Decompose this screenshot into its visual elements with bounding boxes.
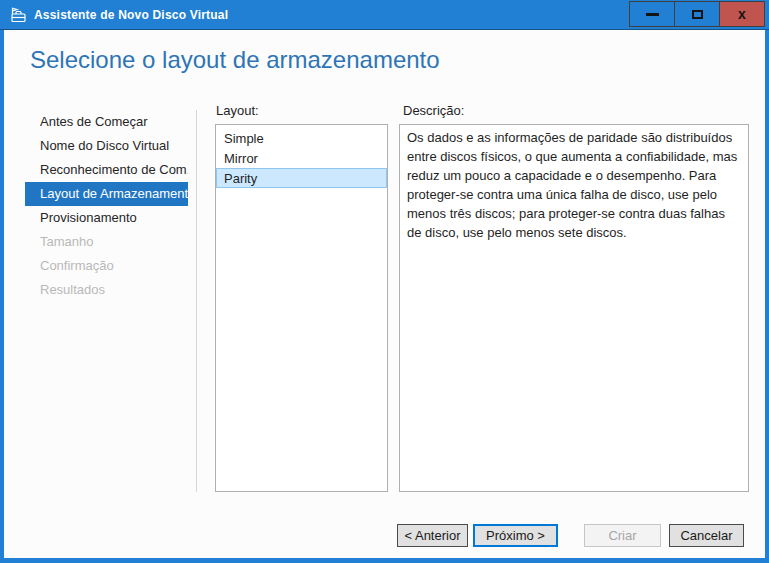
window-title: Assistente de Novo Disco Virtual bbox=[34, 8, 228, 22]
minimize-button[interactable] bbox=[629, 1, 675, 27]
description-box: Os dados e as informações de paridade sã… bbox=[399, 124, 749, 492]
create-button: Criar bbox=[584, 524, 661, 547]
sidebar-item-reconhecimento[interactable]: Reconhecimento de Com... bbox=[25, 158, 188, 182]
wizard-toolbox-icon bbox=[10, 7, 27, 23]
close-icon: x bbox=[738, 7, 746, 21]
sidebar-item-confirmacao: Confirmação bbox=[25, 254, 188, 278]
sidebar-item-layout-de-armazenamento[interactable]: Layout de Armazenamento bbox=[25, 182, 188, 206]
sidebar-item-nome-do-disco-virtual[interactable]: Nome do Disco Virtual bbox=[25, 134, 188, 158]
next-button[interactable]: Próximo > bbox=[473, 524, 558, 547]
sidebar-item-tamanho: Tamanho bbox=[25, 230, 188, 254]
close-button[interactable]: x bbox=[719, 1, 765, 27]
layout-listbox[interactable]: Simple Mirror Parity bbox=[215, 124, 388, 492]
wizard-content: Selecione o layout de armazenamento Ante… bbox=[4, 30, 765, 558]
sidebar-item-antes-de-comecar[interactable]: Antes de Começar bbox=[25, 110, 188, 134]
window-controls: x bbox=[629, 1, 765, 27]
page-title: Selecione o layout de armazenamento bbox=[30, 46, 440, 74]
sidebar-divider bbox=[196, 110, 197, 492]
wizard-steps-sidebar: Antes de Começar Nome do Disco Virtual R… bbox=[25, 110, 188, 302]
maximize-icon bbox=[692, 10, 703, 19]
sidebar-item-provisionamento[interactable]: Provisionamento bbox=[25, 206, 188, 230]
sidebar-item-resultados: Resultados bbox=[25, 278, 188, 302]
layout-option-simple[interactable]: Simple bbox=[216, 128, 387, 148]
titlebar[interactable]: Assistente de Novo Disco Virtual x bbox=[0, 0, 769, 30]
cancel-button[interactable]: Cancelar bbox=[669, 524, 744, 547]
maximize-button[interactable] bbox=[674, 1, 720, 27]
back-button[interactable]: < Anterior bbox=[397, 524, 468, 547]
minimize-icon bbox=[646, 13, 659, 16]
description-label: Descrição: bbox=[403, 103, 464, 118]
layout-option-mirror[interactable]: Mirror bbox=[216, 148, 387, 168]
layout-option-parity[interactable]: Parity bbox=[216, 168, 387, 188]
wizard-window: Assistente de Novo Disco Virtual x Selec… bbox=[0, 0, 769, 563]
layout-label: Layout: bbox=[216, 103, 259, 118]
